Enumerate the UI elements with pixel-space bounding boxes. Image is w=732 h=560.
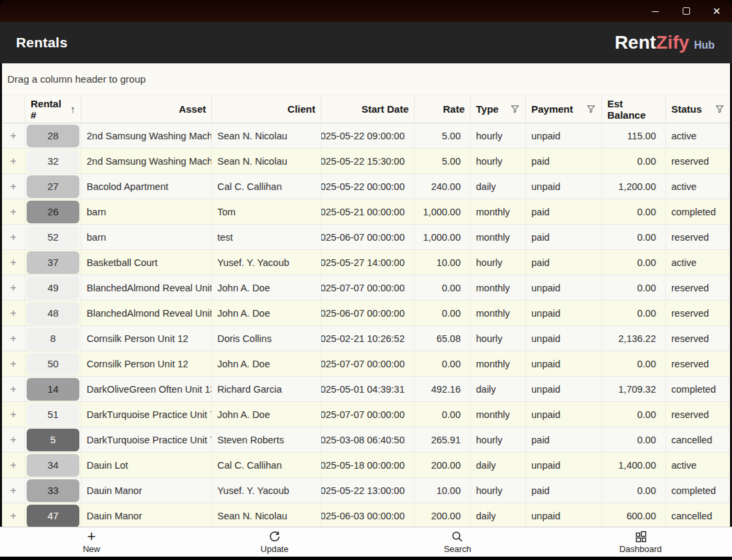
header-est-balance[interactable]: Est Balance <box>602 95 666 123</box>
row-expander[interactable]: + <box>2 225 25 249</box>
client-cell: John A. Doe <box>212 275 321 300</box>
client-cell: Yusef. Y. Yacoub <box>212 478 321 503</box>
table-row[interactable]: + 14 DarkOliveGreen Often Unit 13 Richar… <box>2 377 730 402</box>
window-bottom-edge <box>0 557 732 560</box>
header-label: Est Balance <box>607 98 660 121</box>
rental-number-cell: 51 <box>25 402 81 427</box>
dashboard-button-label: Dashboard <box>619 544 662 554</box>
row-expander[interactable]: + <box>2 453 25 477</box>
payment-cell: unpaid <box>526 301 602 325</box>
header-start-date[interactable]: Start Date <box>321 95 415 123</box>
row-expander[interactable]: + <box>2 149 25 173</box>
table-row[interactable]: + 32 2nd Samsung Washing Machine Sean N.… <box>2 149 730 174</box>
header-status[interactable]: Status <box>666 95 730 123</box>
rate-cell: 0.00 <box>415 301 471 325</box>
rental-number-badge: 47 <box>27 505 79 527</box>
table-row[interactable]: + 8 Cornsilk Person Unit 12 Doris Collin… <box>2 326 730 351</box>
table-row[interactable]: + 26 barn Tom 2025-05-21 00:00:00 1,000.… <box>2 199 730 225</box>
rental-number-cell: 37 <box>25 250 81 275</box>
rental-number-cell: 49 <box>25 275 81 300</box>
rate-cell: 0.00 <box>415 275 471 300</box>
close-button[interactable]: ✕ <box>701 0 732 22</box>
row-expander[interactable]: + <box>2 301 25 325</box>
table-row[interactable]: + 34 Dauin Lot Cal C. Callihan 2025-05-1… <box>2 453 730 478</box>
row-expander[interactable]: + <box>2 250 25 275</box>
header-type[interactable]: Type <box>471 95 526 123</box>
start-date-cell: 2025-07-07 00:00:00 <box>321 402 415 427</box>
table-row[interactable]: + 5 DarkTurquoise Practice Unit 7 Steven… <box>2 427 730 453</box>
row-expander[interactable]: + <box>2 275 25 300</box>
app-logo: RentZifyHub <box>615 32 715 53</box>
titlebar[interactable]: ─ ✕ <box>0 0 732 22</box>
table-row[interactable]: + 52 barn test 2025-06-07 00:00:00 1,000… <box>2 225 730 250</box>
rental-number-badge: 32 <box>27 150 79 173</box>
minimize-button[interactable]: ─ <box>640 0 671 22</box>
new-button[interactable]: + New <box>0 527 183 557</box>
asset-cell: Basketball Court <box>81 250 212 275</box>
rate-cell: 5.00 <box>415 149 471 173</box>
client-cell: Steven Roberts <box>212 427 321 452</box>
table-row[interactable]: + 50 Cornsilk Person Unit 12 John A. Doe… <box>2 351 730 377</box>
sort-ascending-icon: ↑ <box>71 103 76 115</box>
type-cell: monthly <box>471 275 526 300</box>
payment-cell: unpaid <box>526 453 602 477</box>
status-cell: reserved <box>666 225 730 249</box>
client-cell: Sean N. Nicolau <box>212 123 321 148</box>
client-cell: John A. Doe <box>212 301 321 325</box>
table-row[interactable]: + 51 DarkTurquoise Practice Unit 7 John … <box>2 402 730 427</box>
row-expander[interactable]: + <box>2 174 25 199</box>
row-expander[interactable]: + <box>2 123 25 148</box>
header-payment[interactable]: Payment <box>526 95 602 123</box>
filter-icon[interactable] <box>586 104 596 114</box>
status-cell: active <box>666 174 730 199</box>
start-date-cell: 2025-05-22 09:00:00 <box>321 123 415 148</box>
row-expander[interactable]: + <box>2 503 25 527</box>
header-label: Payment <box>531 103 573 115</box>
asset-cell: DarkOliveGreen Often Unit 13 <box>81 377 212 401</box>
grid-container: Drag a column header to group Rental # ↑… <box>0 63 732 527</box>
type-cell: hourly <box>471 478 526 503</box>
row-expander[interactable]: + <box>2 351 25 376</box>
header-rental-number[interactable]: Rental # ↑ <box>25 95 81 123</box>
start-date-cell: 2025-05-21 00:00:00 <box>321 199 415 224</box>
header-asset[interactable]: Asset <box>81 95 212 123</box>
header-client[interactable]: Client <box>212 95 321 123</box>
filter-icon[interactable] <box>510 104 520 114</box>
rate-cell: 265.91 <box>415 427 471 452</box>
start-date-cell: 2025-07-07 00:00:00 <box>321 351 415 376</box>
payment-cell: unpaid <box>526 503 602 527</box>
table-row[interactable]: + 27 Bacolod Apartment Cal C. Callihan 2… <box>2 174 730 199</box>
asset-cell: DarkTurquoise Practice Unit 7 <box>81 427 212 452</box>
row-expander[interactable]: + <box>2 199 25 224</box>
table-row[interactable]: + 49 BlanchedAlmond Reveal Unit 20 John … <box>2 275 730 301</box>
client-cell: Sean N. Nicolau <box>212 503 321 527</box>
update-button[interactable]: Update <box>183 527 367 557</box>
filter-icon[interactable] <box>715 104 725 114</box>
row-expander[interactable]: + <box>2 402 25 427</box>
asset-cell: barn <box>81 199 212 224</box>
dashboard-button[interactable]: Dashboard <box>549 527 732 557</box>
group-by-hint: Drag a column header to group <box>7 73 146 85</box>
status-cell: completed <box>666 199 730 224</box>
maximize-button[interactable] <box>671 0 701 22</box>
table-row[interactable]: + 33 Dauin Manor Yusef. Y. Yacoub 2025-0… <box>2 478 730 503</box>
row-expander[interactable]: + <box>2 377 25 401</box>
est-balance-cell: 0.00 <box>602 301 666 325</box>
client-cell: Tom <box>212 199 321 224</box>
row-expander[interactable]: + <box>2 478 25 503</box>
table-row[interactable]: + 48 BlanchedAlmond Reveal Unit 20 John … <box>2 301 730 326</box>
table-row[interactable]: + 28 2nd Samsung Washing Machine Sean N.… <box>2 123 730 149</box>
header-label: Rental # <box>31 98 65 121</box>
client-cell: John A. Doe <box>212 351 321 376</box>
rental-number-cell: 33 <box>25 478 81 503</box>
table-row[interactable]: + 47 Dauin Manor Sean N. Nicolau 2025-06… <box>2 503 730 527</box>
rate-cell: 5.00 <box>415 123 471 148</box>
row-expander[interactable]: + <box>2 326 25 351</box>
payment-cell: unpaid <box>526 275 602 300</box>
table-row[interactable]: + 37 Basketball Court Yusef. Y. Yacoub 2… <box>2 250 730 275</box>
search-button[interactable]: Search <box>366 527 549 557</box>
rental-number-cell: 48 <box>25 301 81 325</box>
header-rate[interactable]: Rate <box>415 95 471 123</box>
row-expander[interactable]: + <box>2 427 25 452</box>
group-by-panel[interactable]: Drag a column header to group <box>2 63 730 95</box>
